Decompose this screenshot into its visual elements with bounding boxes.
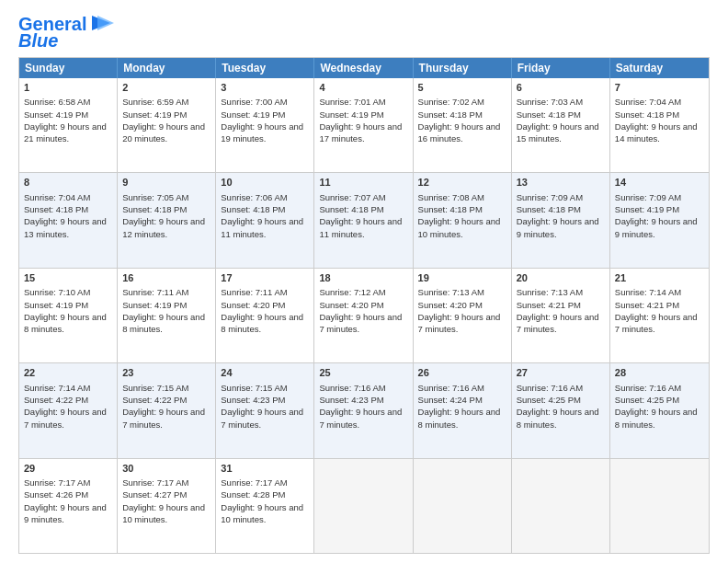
daylight-text: Daylight: 9 hours and 7 minutes.	[221, 407, 303, 429]
daylight-text: Daylight: 9 hours and 9 minutes.	[24, 502, 107, 524]
sunset-text: Sunset: 4:19 PM	[221, 109, 285, 120]
weekday-header-sunday: Sunday	[19, 58, 118, 78]
day-cell-19: 19Sunrise: 7:13 AMSunset: 4:20 PMDayligh…	[414, 269, 512, 362]
day-number: 17	[221, 271, 309, 285]
day-number: 30	[122, 462, 210, 476]
day-cell-14: 14Sunrise: 7:09 AMSunset: 4:19 PMDayligh…	[610, 173, 709, 267]
daylight-text: Daylight: 9 hours and 7 minutes.	[319, 407, 402, 429]
daylight-text: Daylight: 9 hours and 11 minutes.	[221, 216, 303, 238]
sunrise-text: Sunrise: 7:16 AM	[615, 383, 681, 393]
sunset-text: Sunset: 4:20 PM	[418, 300, 483, 310]
sunset-text: Sunset: 4:27 PM	[122, 489, 187, 500]
sunrise-text: Sunrise: 7:15 AM	[122, 383, 188, 393]
sunrise-text: Sunrise: 7:14 AM	[615, 287, 681, 297]
day-number: 9	[122, 176, 210, 190]
daylight-text: Daylight: 9 hours and 14 minutes.	[615, 121, 698, 144]
calendar-week-1: 1Sunrise: 6:58 AMSunset: 4:19 PMDaylight…	[19, 78, 709, 172]
sunrise-text: Sunrise: 7:09 AM	[615, 192, 681, 202]
day-cell-7: 7Sunrise: 7:04 AMSunset: 4:18 PMDaylight…	[610, 78, 709, 172]
day-cell-16: 16Sunrise: 7:11 AMSunset: 4:19 PMDayligh…	[118, 269, 216, 362]
day-number: 15	[24, 271, 112, 285]
sunrise-text: Sunrise: 6:58 AM	[24, 97, 90, 107]
sunrise-text: Sunrise: 7:16 AM	[418, 383, 484, 393]
sunset-text: Sunset: 4:18 PM	[418, 204, 483, 214]
sunset-text: Sunset: 4:18 PM	[319, 204, 383, 214]
sunset-text: Sunset: 4:18 PM	[517, 204, 581, 214]
sunrise-text: Sunrise: 7:04 AM	[24, 192, 90, 202]
sunrise-text: Sunrise: 7:15 AM	[221, 383, 287, 393]
sunrise-text: Sunrise: 7:17 AM	[24, 477, 90, 488]
sunrise-text: Sunrise: 7:05 AM	[122, 192, 188, 202]
sunset-text: Sunset: 4:23 PM	[319, 395, 383, 405]
daylight-text: Daylight: 9 hours and 21 minutes.	[24, 121, 107, 144]
daylight-text: Daylight: 9 hours and 7 minutes.	[122, 407, 205, 429]
day-number: 5	[418, 81, 506, 95]
daylight-text: Daylight: 9 hours and 12 minutes.	[122, 216, 205, 238]
day-cell-22: 22Sunrise: 7:14 AMSunset: 4:22 PMDayligh…	[19, 363, 118, 457]
day-cell-29: 29Sunrise: 7:17 AMSunset: 4:26 PMDayligh…	[19, 459, 118, 553]
day-number: 16	[122, 271, 210, 285]
sunrise-text: Sunrise: 7:14 AM	[24, 383, 90, 393]
sunset-text: Sunset: 4:19 PM	[24, 300, 88, 310]
daylight-text: Daylight: 9 hours and 7 minutes.	[615, 312, 698, 334]
weekday-header-wednesday: Wednesday	[314, 58, 413, 78]
daylight-text: Daylight: 9 hours and 7 minutes.	[24, 407, 107, 429]
sunrise-text: Sunrise: 7:17 AM	[122, 477, 188, 488]
sunset-text: Sunset: 4:23 PM	[221, 395, 285, 405]
sunset-text: Sunset: 4:20 PM	[319, 300, 383, 310]
sunrise-text: Sunrise: 6:59 AM	[122, 97, 188, 107]
logo-arrow-icon	[88, 14, 114, 32]
day-cell-24: 24Sunrise: 7:15 AMSunset: 4:23 PMDayligh…	[216, 363, 314, 457]
header: General Blue	[18, 15, 710, 50]
daylight-text: Daylight: 9 hours and 16 minutes.	[418, 121, 501, 144]
sunset-text: Sunset: 4:26 PM	[24, 489, 88, 500]
daylight-text: Daylight: 9 hours and 9 minutes.	[615, 216, 698, 238]
day-number: 6	[517, 81, 605, 95]
daylight-text: Daylight: 9 hours and 13 minutes.	[24, 216, 107, 238]
sunrise-text: Sunrise: 7:12 AM	[319, 287, 385, 297]
daylight-text: Daylight: 9 hours and 8 minutes.	[24, 312, 107, 334]
daylight-text: Daylight: 9 hours and 8 minutes.	[122, 312, 205, 334]
day-cell-25: 25Sunrise: 7:16 AMSunset: 4:23 PMDayligh…	[314, 363, 413, 457]
day-number: 3	[221, 81, 309, 95]
day-cell-21: 21Sunrise: 7:14 AMSunset: 4:21 PMDayligh…	[610, 269, 709, 362]
daylight-text: Daylight: 9 hours and 7 minutes.	[418, 312, 501, 334]
weekday-header-saturday: Saturday	[610, 58, 709, 78]
sunset-text: Sunset: 4:19 PM	[615, 204, 679, 214]
day-number: 24	[221, 366, 309, 380]
calendar-week-3: 15Sunrise: 7:10 AMSunset: 4:19 PMDayligh…	[19, 268, 709, 362]
day-cell-31: 31Sunrise: 7:17 AMSunset: 4:28 PMDayligh…	[216, 459, 314, 553]
day-number: 12	[418, 176, 506, 190]
day-cell-9: 9Sunrise: 7:05 AMSunset: 4:18 PMDaylight…	[118, 173, 216, 267]
day-number: 4	[319, 81, 407, 95]
day-cell-5: 5Sunrise: 7:02 AMSunset: 4:18 PMDaylight…	[414, 78, 512, 172]
calendar: SundayMondayTuesdayWednesdayThursdayFrid…	[18, 57, 710, 554]
daylight-text: Daylight: 9 hours and 15 minutes.	[517, 121, 599, 144]
weekday-header-thursday: Thursday	[414, 58, 512, 78]
sunrise-text: Sunrise: 7:11 AM	[221, 287, 287, 297]
sunrise-text: Sunrise: 7:02 AM	[418, 97, 484, 107]
sunrise-text: Sunrise: 7:01 AM	[319, 97, 385, 107]
daylight-text: Daylight: 9 hours and 7 minutes.	[517, 312, 599, 334]
day-number: 31	[221, 462, 309, 476]
day-number: 19	[418, 271, 506, 285]
sunset-text: Sunset: 4:21 PM	[517, 300, 581, 310]
sunrise-text: Sunrise: 7:17 AM	[221, 477, 287, 488]
day-number: 18	[319, 271, 407, 285]
logo-blue-text: Blue	[18, 31, 58, 50]
day-number: 8	[24, 176, 112, 190]
day-cell-13: 13Sunrise: 7:09 AMSunset: 4:18 PMDayligh…	[512, 173, 610, 267]
day-cell-2: 2Sunrise: 6:59 AMSunset: 4:19 PMDaylight…	[118, 78, 216, 172]
daylight-text: Daylight: 9 hours and 8 minutes.	[221, 312, 303, 334]
daylight-text: Daylight: 9 hours and 8 minutes.	[418, 407, 501, 429]
day-number: 14	[615, 176, 704, 190]
sunrise-text: Sunrise: 7:09 AM	[517, 192, 583, 202]
weekday-header-tuesday: Tuesday	[216, 58, 314, 78]
sunset-text: Sunset: 4:18 PM	[517, 109, 581, 120]
calendar-week-2: 8Sunrise: 7:04 AMSunset: 4:18 PMDaylight…	[19, 172, 709, 267]
day-number: 1	[24, 81, 112, 95]
svg-marker-1	[97, 16, 114, 30]
logo: General Blue	[18, 15, 114, 50]
sunrise-text: Sunrise: 7:10 AM	[24, 287, 90, 297]
day-number: 13	[517, 176, 605, 190]
